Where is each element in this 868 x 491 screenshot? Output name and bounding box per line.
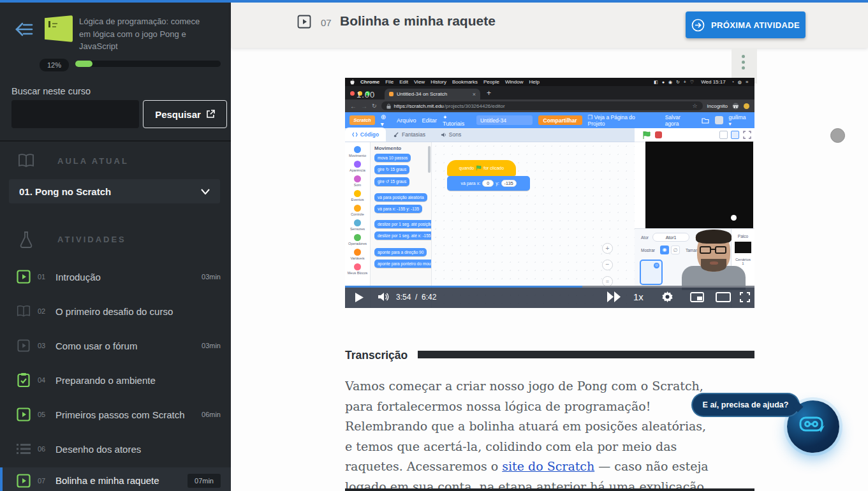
fullscreen-button[interactable] bbox=[740, 292, 750, 302]
show-sprite-toggle: ◉ bbox=[660, 246, 669, 254]
scratch-logo: Scratch bbox=[349, 115, 375, 125]
settings-gear-button[interactable] bbox=[662, 291, 673, 302]
bookmark-star-icon: ☆ bbox=[692, 103, 697, 109]
category-controle: Controle bbox=[345, 205, 370, 216]
aula-atual-section-label: AULA ATUAL bbox=[57, 156, 129, 166]
activity-item-07-active[interactable]: 07 Bolinha e minha raquete 07min bbox=[0, 467, 231, 491]
skip-forward-button[interactable] bbox=[607, 291, 622, 302]
scratch-menu-editar: Editar bbox=[422, 117, 437, 124]
scratch-block: deslize por 1 seg. até x: -155 y: -135 bbox=[374, 231, 432, 240]
category-sensores: Sensores bbox=[345, 219, 370, 231]
miniplayer-button[interactable] bbox=[690, 292, 704, 302]
video-play-icon bbox=[17, 270, 31, 284]
volume-button[interactable] bbox=[378, 292, 389, 302]
url-path: /projects/303264426/editor bbox=[445, 103, 505, 109]
external-link-icon bbox=[206, 110, 215, 119]
video-play-icon-gray bbox=[17, 339, 31, 353]
profile-avatar-dot bbox=[744, 103, 749, 109]
seek-bar[interactable] bbox=[345, 286, 754, 288]
url-domain: https://scratch.mit.edu bbox=[394, 103, 444, 109]
small-stage-icon bbox=[719, 131, 728, 139]
normal-stage-icon bbox=[731, 131, 739, 139]
stage-fullscreen-icon bbox=[743, 131, 751, 139]
activity-item-04[interactable]: 04 Preparando o ambiente bbox=[0, 367, 231, 393]
back-arrow-icon bbox=[15, 21, 34, 38]
chatbot-icon bbox=[799, 415, 827, 438]
scratch-block: vá para x: -155 y: -135 bbox=[374, 205, 422, 213]
scratch-favicon bbox=[389, 92, 394, 96]
scratch-site-link[interactable]: site do Scratch bbox=[502, 459, 594, 473]
kebab-menu-icon bbox=[742, 55, 745, 70]
activity-item-05[interactable]: 05 Primeiros passos com Scratch 06min bbox=[0, 402, 231, 427]
arrow-right-circle-icon bbox=[691, 18, 705, 32]
collapse-sidebar-button[interactable] bbox=[10, 17, 38, 42]
video-play-icon bbox=[17, 474, 31, 488]
playback-speed-button[interactable]: 1x bbox=[633, 291, 644, 302]
activity-item-02[interactable]: 02 O primeiro desafio do curso bbox=[0, 298, 231, 324]
lesson-dropdown-value: 01. Pong no Scratch bbox=[19, 186, 201, 197]
incognito-label: Incognito bbox=[707, 103, 728, 109]
menubar-status-icons: ◧ ● ◉ ↻ + ♡ bbox=[654, 80, 695, 85]
tab-title: Untitled-34 on Scratch bbox=[397, 91, 469, 97]
block-palette: Movimento mova 10 passos gire ↻ 15 graus… bbox=[371, 142, 432, 308]
green-flag-icon bbox=[476, 165, 482, 171]
glasses-right-lens bbox=[715, 246, 726, 254]
sidebar-divider bbox=[0, 140, 231, 142]
instructor-hair bbox=[696, 230, 732, 244]
scratch-topbar: Scratch ⊕ ▾ Arquivo Editar ✦ Tutoriais U… bbox=[345, 112, 754, 128]
help-bubble-text: E aí, precisa de ajuda? bbox=[703, 400, 789, 409]
palette-scrollbar[interactable] bbox=[428, 146, 430, 173]
time-display: 3:54 / 6:42 bbox=[396, 293, 436, 302]
course-sidebar: Lógica de programação: comece em lógica … bbox=[0, 3, 231, 491]
next-section-bar bbox=[345, 488, 754, 491]
language-globe-icon: ⊕ ▾ bbox=[381, 114, 391, 128]
activity-item-06[interactable]: 06 Desenho dos atores bbox=[0, 436, 231, 462]
chrome-addressbar: ← → ↻ https://scratch.mit.edu /projects/… bbox=[345, 99, 754, 112]
category-aparencia: Aparência bbox=[345, 161, 370, 172]
playback-overlay: 1.00 bbox=[357, 90, 375, 99]
instructor-mouth bbox=[710, 261, 718, 265]
code-canvas: quando for clicado vá para x: 0 y: -135 … bbox=[432, 142, 635, 308]
block-categories: Movimento Aparência Som Eventos Controle… bbox=[345, 142, 371, 308]
menubar-clock: Wed 15:17 bbox=[701, 79, 726, 85]
scratch-block: mova 10 passos bbox=[374, 154, 411, 162]
tab-close-icon: × bbox=[473, 91, 476, 98]
scratch-editor-tabs: Código Fantasias Sons bbox=[345, 128, 635, 142]
activity-item-01[interactable]: 01 Introdução 03min bbox=[0, 264, 231, 289]
back-icon: ← bbox=[350, 103, 357, 110]
brush-icon bbox=[394, 132, 399, 138]
activity-item-03[interactable]: 03 Como usar o fórum 03min bbox=[0, 333, 231, 358]
close-window-dot bbox=[350, 91, 355, 96]
help-bubble[interactable]: E aí, precisa de ajuda? bbox=[691, 393, 800, 417]
search-button-label: Pesquisar bbox=[155, 109, 201, 120]
scratch-block: deslize por 1 seg. até posição aleatória bbox=[374, 220, 432, 228]
next-activity-button[interactable]: PRÓXIMA ATIVIDADE bbox=[686, 11, 805, 38]
speaker-icon bbox=[441, 132, 446, 138]
seek-bar-fill bbox=[345, 286, 582, 288]
hat-block-when-flag-clicked: quando for clicado bbox=[447, 160, 516, 176]
save-now-link: Salvar agora bbox=[665, 114, 696, 127]
video-play-icon bbox=[17, 407, 31, 421]
video-player[interactable]: Chrome File Edit View History Bookmarks … bbox=[345, 78, 754, 308]
category-eventos: Eventos bbox=[345, 190, 370, 202]
flask-icon bbox=[19, 231, 33, 251]
scratch-block: gire ↻ 15 graus bbox=[374, 165, 409, 174]
search-button[interactable]: Pesquisar bbox=[143, 100, 227, 128]
search-input[interactable] bbox=[11, 100, 139, 128]
lesson-dropdown[interactable]: 01. Pong no Scratch bbox=[9, 179, 220, 203]
sprite-thumbnail: ⊙ bbox=[640, 260, 663, 285]
play-button[interactable] bbox=[355, 293, 364, 302]
apple-icon bbox=[350, 79, 355, 85]
theater-mode-button[interactable] bbox=[716, 292, 731, 302]
atividades-section-label: ATIVIDADES bbox=[57, 235, 126, 244]
transcript-heading-bar bbox=[418, 351, 754, 358]
instructor-webcam bbox=[673, 230, 754, 290]
new-tab-icon: + bbox=[487, 89, 491, 98]
forward-icon: → bbox=[361, 103, 367, 110]
category-movimento: Movimento bbox=[345, 146, 370, 158]
clipboard-check-icon bbox=[17, 373, 31, 387]
stage-toolbar bbox=[635, 128, 754, 142]
transcript-heading: Transcrição bbox=[345, 349, 408, 362]
zoom-in-control: + bbox=[602, 243, 613, 254]
block-go-to-xy: vá para x: 0 y: -135 bbox=[447, 176, 530, 191]
